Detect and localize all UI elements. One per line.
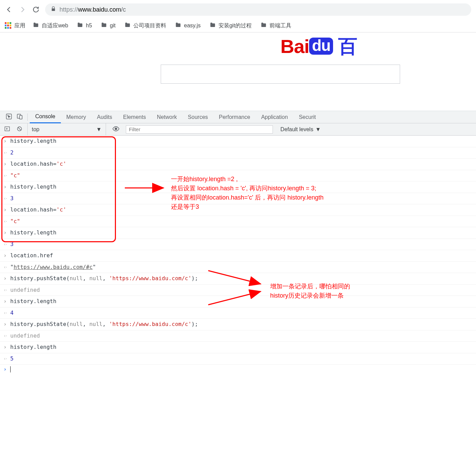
console-line-content: history.length	[10, 343, 473, 351]
console-output-line: 2	[0, 147, 476, 159]
bookmark-item[interactable]: 安装git的过程	[210, 22, 252, 29]
inspect-icon[interactable]	[3, 113, 14, 121]
tab-console[interactable]: Console	[30, 111, 61, 123]
bookmark-item[interactable]: 公司项目资料	[124, 22, 166, 29]
context-selector[interactable]: top ▼	[27, 123, 106, 135]
input-chevron-icon	[3, 274, 10, 283]
bookmark-item[interactable]: 前端工具	[261, 22, 291, 29]
console-input-line: history.pushState(null, null, 'https://w…	[0, 273, 476, 285]
clear-console-icon[interactable]	[15, 126, 24, 133]
devtools-tabs: ConsoleMemoryAuditsElementsNetworkSource…	[0, 111, 476, 123]
input-chevron-icon	[3, 183, 10, 191]
console-output-line: "c"	[0, 170, 476, 181]
console-input-line: location.hash='c'	[0, 204, 476, 216]
bookmarks-bar: 应用 自适应webh5git公司项目资料easy.js安装git的过程前端工具	[0, 19, 476, 32]
input-chevron-icon	[3, 251, 10, 260]
console-line-content: 2	[10, 149, 473, 157]
tab-audits[interactable]: Audits	[91, 111, 117, 123]
apps-button[interactable]: 应用	[5, 22, 25, 29]
filter-input[interactable]	[126, 125, 273, 134]
folder-icon	[77, 22, 83, 29]
svg-point-5	[115, 128, 117, 130]
console-input-line: history.length	[0, 296, 476, 308]
apps-label: 应用	[14, 22, 25, 29]
input-chevron-icon	[3, 297, 10, 306]
console-line-content: history.length	[10, 297, 473, 305]
device-toggle-icon[interactable]	[14, 113, 25, 121]
folder-icon	[101, 22, 107, 29]
chevron-down-icon: ▼	[315, 126, 321, 133]
tab-securit[interactable]: Securit	[293, 111, 321, 123]
console-line-content: 3	[10, 194, 473, 203]
folder-icon	[175, 22, 181, 29]
folder-icon	[210, 22, 216, 29]
tab-network[interactable]: Network	[151, 111, 183, 123]
bookmark-item[interactable]: 自适应web	[33, 22, 68, 29]
input-chevron-icon	[3, 160, 10, 168]
bookmark-item[interactable]: git	[101, 22, 116, 29]
output-chevron-icon	[3, 263, 10, 271]
console-output-line: "c"	[0, 216, 476, 227]
console-line-content: history.pushState(null, null, 'https://w…	[10, 274, 473, 283]
console-input-line: location.href	[0, 250, 476, 262]
tab-performance[interactable]: Performance	[213, 111, 256, 123]
bookmark-label: 安装git的过程	[219, 22, 252, 29]
output-chevron-icon	[3, 194, 10, 203]
bookmark-label: easy.js	[184, 23, 201, 29]
console-line-content: location.hash='c'	[10, 160, 473, 168]
console-toolbar: top ▼ Default levels ▼	[0, 123, 476, 136]
input-chevron-icon	[3, 229, 10, 237]
sidebar-toggle-icon[interactable]	[3, 126, 12, 133]
output-chevron-icon	[3, 332, 10, 340]
bookmark-label: 自适应web	[42, 22, 68, 29]
chevron-down-icon: ▼	[96, 126, 102, 133]
tab-memory[interactable]: Memory	[61, 111, 92, 123]
console-output-line: 3	[0, 193, 476, 204]
console-output-line: undefined	[0, 285, 476, 296]
tab-application[interactable]: Application	[256, 111, 293, 123]
console-input-line: history.length	[0, 136, 476, 147]
tab-sources[interactable]: Sources	[182, 111, 213, 123]
console-input-line: location.hash='c'	[0, 159, 476, 170]
folder-icon	[33, 22, 39, 29]
output-chevron-icon	[3, 172, 10, 180]
console-line-content: "c"	[10, 172, 473, 180]
url-bar[interactable]: https://www.baidu.com/c	[45, 3, 471, 16]
url-text: https://www.baidu.com/c	[60, 6, 126, 13]
back-button[interactable]	[5, 5, 13, 14]
console-output-line: 4	[0, 308, 476, 319]
console-line-content: 3	[10, 240, 473, 248]
console-input-line: history.length	[0, 181, 476, 193]
bookmark-label: git	[110, 23, 116, 29]
output-chevron-icon	[3, 355, 10, 363]
console-line-content: 4	[10, 309, 473, 317]
console-input-line: history.length	[0, 227, 476, 239]
svg-rect-2	[19, 115, 22, 119]
bookmark-label: 前端工具	[269, 22, 291, 29]
console-line-content: undefined	[10, 286, 473, 294]
bookmark-item[interactable]: easy.js	[175, 22, 201, 29]
prompt-chevron-icon	[3, 366, 10, 372]
console-line-content: undefined	[10, 332, 473, 340]
console-output-line: 3	[0, 239, 476, 250]
console-line-content: history.pushState(null, null, 'https://w…	[10, 320, 473, 328]
console-line-content: location.hash='c'	[10, 206, 473, 214]
console-output[interactable]: 一开始history.length =2 , 然后设置 location.has…	[0, 136, 476, 374]
console-line-content: history.length	[10, 229, 473, 237]
input-chevron-icon	[3, 343, 10, 352]
reload-button[interactable]	[32, 6, 40, 13]
folder-icon	[261, 22, 267, 29]
bookmark-label: h5	[86, 23, 92, 29]
search-input[interactable]	[161, 65, 400, 84]
bookmark-item[interactable]: h5	[77, 22, 92, 29]
live-expression-icon[interactable]	[109, 125, 122, 134]
console-line-content: history.length	[10, 183, 473, 191]
console-prompt[interactable]	[0, 365, 476, 374]
log-levels-selector[interactable]: Default levels ▼	[276, 126, 325, 133]
lock-icon	[51, 6, 56, 13]
tab-elements[interactable]: Elements	[118, 111, 151, 123]
baidu-logo[interactable]: Baidu 百	[280, 34, 357, 60]
cursor	[10, 366, 11, 372]
forward-button[interactable]	[18, 5, 27, 14]
output-chevron-icon	[3, 149, 10, 157]
